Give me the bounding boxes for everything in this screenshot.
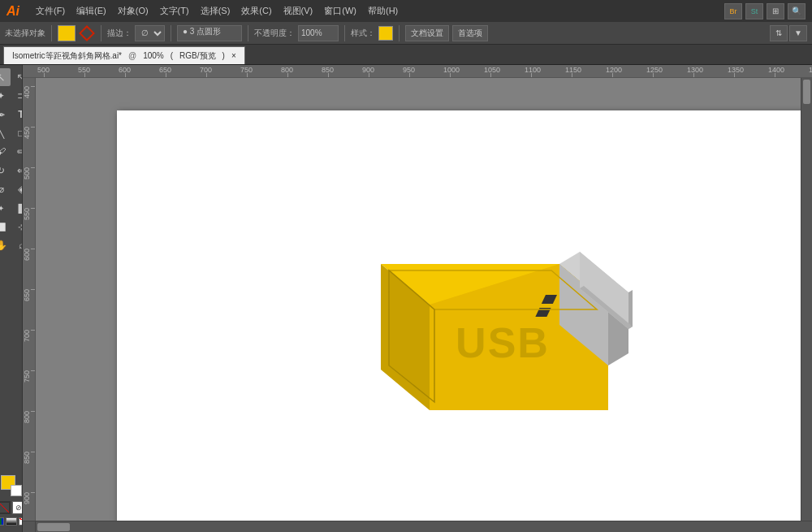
menu-bar: 文件(F) 编辑(E) 对象(O) 文字(T) 选择(S) 效果(C) 视图(V… <box>31 3 403 19</box>
blend-tool[interactable]: ◈ <box>11 180 23 198</box>
search-icon[interactable]: 🔍 <box>788 3 806 19</box>
pen-tool-group: ✒ T <box>0 106 23 123</box>
menu-edit[interactable]: 编辑(E) <box>71 3 111 19</box>
menu-effect[interactable]: 效果(C) <box>236 3 276 19</box>
lasso-tool[interactable]: ⊃ <box>11 87 23 105</box>
nav-tool-group: ✋ ⌕ <box>0 236 23 254</box>
stroke-select[interactable]: ∅ <box>135 25 165 41</box>
line-tool-group: ╲ □ <box>0 124 23 142</box>
wand-tool-group: ✦ ⊃ <box>0 87 23 105</box>
tab-zoom: 100% <box>143 51 164 60</box>
preferences-button[interactable]: 首选项 <box>452 25 488 41</box>
v-ruler-canvas <box>23 78 36 521</box>
menu-select[interactable]: 选择(S) <box>196 3 235 19</box>
app-logo: Ai <box>6 4 19 19</box>
background-color[interactable] <box>11 485 22 496</box>
opacity-label: 不透明度： <box>254 28 295 39</box>
menu-view[interactable]: 视图(V) <box>279 3 318 19</box>
gradient-icon[interactable] <box>6 517 17 526</box>
scroll-thumb-v[interactable] <box>803 80 810 104</box>
tab-mode-close-paren: ) <box>222 51 225 60</box>
fill-color-swatch[interactable] <box>58 25 76 41</box>
color-mode-icon[interactable] <box>0 517 4 526</box>
right-icons: Br St ⊞ 🔍 <box>724 3 806 19</box>
artboard: USB <box>117 110 801 521</box>
warp-tool[interactable]: ⌀ <box>0 180 11 198</box>
none-indicator[interactable]: ⊘ <box>12 501 24 514</box>
bridge-icon[interactable]: Br <box>724 3 742 19</box>
scroll-thumb-h[interactable] <box>37 523 70 531</box>
rotate-tool[interactable]: ↻ <box>0 162 11 179</box>
symbol-tool-group: ✦ ▐▌ <box>0 199 23 217</box>
menu-text[interactable]: 文字(T) <box>155 3 194 19</box>
point-type-select[interactable]: ● 3 点圆形 <box>177 25 242 41</box>
rect-tool[interactable]: □ <box>11 124 23 142</box>
color-swatch-area: ⊘ <box>0 472 23 529</box>
layout-icon[interactable]: ⊞ <box>767 3 784 19</box>
no-selection-label: 未选择对象 <box>5 28 45 39</box>
symbol-tool[interactable]: ✦ <box>0 199 11 217</box>
stroke-indicator[interactable] <box>0 501 11 514</box>
stroke-label: 描边： <box>107 28 132 39</box>
canvas-area: USB <box>23 65 812 532</box>
canvas-wrapper: USB <box>23 78 812 521</box>
artboard-tool-group: ⬜ ⊹ <box>0 218 23 236</box>
title-bar: Ai 文件(F) 编辑(E) 对象(O) 文字(T) 选择(S) 效果(C) 视… <box>0 0 812 22</box>
usb-illustration: USB <box>308 199 633 444</box>
style-color[interactable] <box>378 26 393 41</box>
menu-file[interactable]: 文件(F) <box>31 3 70 19</box>
document-tab[interactable]: Isometric等距视角斜角网格.ai* @ 100% ( RGB/预览 ) … <box>3 46 245 64</box>
type-tool[interactable]: T <box>11 106 23 123</box>
tab-bar: Isometric等距视角斜角网格.ai* @ 100% ( RGB/预览 ) … <box>0 45 812 65</box>
pen-tool[interactable]: ✒ <box>0 106 11 123</box>
magic-wand-tool[interactable]: ✦ <box>0 87 11 105</box>
tab-filename: Isometric等距视角斜角网格.ai* <box>12 50 122 62</box>
reflect-tool[interactable]: ⇔ <box>11 162 23 179</box>
selection-tool[interactable]: ↖ <box>0 68 11 86</box>
usb-text: USB <box>456 319 550 366</box>
stroke-color-area[interactable] <box>79 25 95 41</box>
canvas[interactable]: USB <box>36 78 801 521</box>
style-label: 样式： <box>351 28 375 39</box>
hand-tool[interactable]: ✋ <box>0 236 11 254</box>
tab-mode-paren: ( <box>171 51 173 60</box>
usb-svg: USB <box>308 199 633 443</box>
paint-tool-group: 🖌 ✏ <box>0 143 23 161</box>
menu-window[interactable]: 窗口(W) <box>319 3 361 19</box>
artboard-tool[interactable]: ⬜ <box>0 218 11 236</box>
direct-selection-tool[interactable]: ↖ <box>11 68 23 86</box>
transform-tool-group: ↻ ⇔ <box>0 162 23 179</box>
ruler-horizontal <box>23 65 812 78</box>
paint-brush-tool[interactable]: 🖌 <box>0 143 11 161</box>
selection-tool-group: ↖ ↖ <box>0 68 23 86</box>
stock-icon[interactable]: St <box>745 3 763 19</box>
h-ruler-canvas <box>36 65 812 78</box>
stroke-none-group: ⊘ <box>0 501 23 514</box>
main-layout: ↖ ↖ ✦ ⊃ ✒ T ╲ □ 🖌 ✏ ↻ ⇔ ⌀ ◈ <box>0 65 812 532</box>
left-toolbar: ↖ ↖ ✦ ⊃ ✒ T ╲ □ 🖌 ✏ ↻ ⇔ ⌀ ◈ <box>0 65 23 532</box>
tab-mode: RGB/预览 <box>179 50 215 62</box>
arrange-icon[interactable]: ⇅ <box>770 25 788 41</box>
opacity-input[interactable] <box>298 25 339 41</box>
ruler-vertical <box>23 78 36 521</box>
tab-close-button[interactable]: × <box>231 51 236 60</box>
menu-object[interactable]: 对象(O) <box>113 3 153 19</box>
pencil-tool[interactable]: ✏ <box>11 143 23 161</box>
scroll-corner <box>23 521 36 532</box>
slice-tool[interactable]: ⊹ <box>11 218 23 236</box>
doc-setup-button[interactable]: 文档设置 <box>405 25 449 41</box>
menu-help[interactable]: 帮助(H) <box>363 3 403 19</box>
color-boxes[interactable] <box>1 475 22 496</box>
graph-tool[interactable]: ▐▌ <box>11 199 23 217</box>
line-tool[interactable]: ╲ <box>0 124 11 142</box>
scroll-track-h[interactable] <box>36 521 812 532</box>
tab-zoom-at: @ <box>128 51 136 60</box>
vertical-scrollbar[interactable] <box>801 78 812 521</box>
more-icon[interactable]: ▼ <box>789 25 807 41</box>
zoom-tool[interactable]: ⌕ <box>11 236 23 254</box>
horizontal-scrollbar[interactable] <box>23 521 812 532</box>
warp-tool-group: ⌀ ◈ <box>0 180 23 198</box>
control-bar: 未选择对象 描边： ∅ ● 3 点圆形 不透明度： 样式： 文档设置 首选项 ⇅… <box>0 22 812 45</box>
metal-right <box>628 290 633 329</box>
color-mode-group <box>0 517 23 526</box>
